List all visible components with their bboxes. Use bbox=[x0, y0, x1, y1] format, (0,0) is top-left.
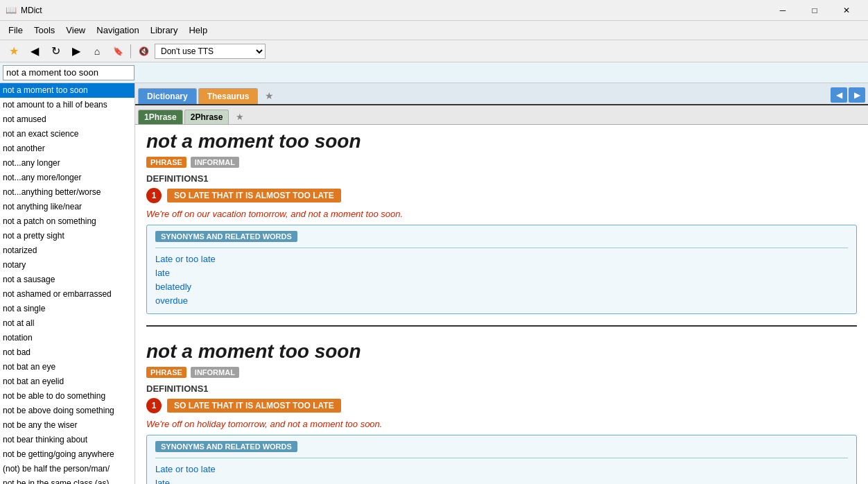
tts-select[interactable]: Don't use TTS bbox=[155, 44, 266, 59]
menu-help[interactable]: Help bbox=[183, 22, 213, 38]
word-item[interactable]: not ashamed or embarrassed bbox=[0, 287, 134, 302]
badge-phrase: PHRASE bbox=[146, 367, 186, 378]
nav-forward-arrow[interactable]: ▶ bbox=[849, 87, 865, 103]
word-item[interactable]: not an exact science bbox=[0, 127, 134, 141]
word-item[interactable]: not be getting/going anywhere bbox=[0, 447, 134, 462]
content-panel: Dictionary Thesaurus ★ ◀ ▶ 1Phrase 2Phra… bbox=[135, 83, 868, 484]
word-item[interactable]: not a sausage bbox=[0, 273, 134, 287]
synonyms-box: SYNONYMS AND RELATED WORDS Late or too l… bbox=[146, 225, 857, 314]
synonym-group-title[interactable]: Late or too late bbox=[155, 252, 848, 266]
definition-number: 1 bbox=[146, 188, 162, 203]
definition-number: 1 bbox=[146, 398, 162, 413]
synonym-group-title[interactable]: Late or too late bbox=[155, 463, 848, 476]
bookmark-button[interactable]: 🔖 bbox=[108, 42, 128, 60]
word-item[interactable]: not amused bbox=[0, 112, 134, 127]
synonym-link[interactable]: overdue bbox=[155, 294, 848, 308]
phrase-tabs: 1Phrase 2Phrase ★ bbox=[135, 105, 868, 125]
tab-dictionary[interactable]: Dictionary bbox=[138, 88, 197, 104]
dictionary-entry: not a moment too soon PHRASE INFORMAL DE… bbox=[146, 130, 857, 327]
word-item[interactable]: not bad bbox=[0, 345, 134, 360]
close-button[interactable]: ✕ bbox=[831, 0, 862, 21]
definition-text: SO LATE THAT IT IS ALMOST TOO LATE bbox=[167, 189, 341, 202]
definition-row: 1 SO LATE THAT IT IS ALMOST TOO LATE bbox=[146, 398, 857, 413]
maximize-button[interactable]: □ bbox=[799, 0, 831, 21]
word-item[interactable]: not be any the wiser bbox=[0, 418, 134, 433]
menubar: File Tools View Navigation Library Help bbox=[0, 21, 868, 40]
word-item[interactable]: not a pretty sight bbox=[0, 229, 134, 243]
word-item[interactable]: not bat an eye bbox=[0, 360, 134, 374]
menu-navigation[interactable]: Navigation bbox=[91, 22, 144, 38]
definition-row: 1 SO LATE THAT IT IS ALMOST TOO LATE bbox=[146, 188, 857, 203]
menu-file[interactable]: File bbox=[3, 22, 28, 38]
word-list: not a moment too soon not amount to a hi… bbox=[0, 83, 134, 484]
synonym-link[interactable]: late bbox=[155, 266, 848, 280]
word-item[interactable]: not anything like/near bbox=[0, 200, 134, 214]
synonyms-box: SYNONYMS AND RELATED WORDS Late or too l… bbox=[146, 435, 857, 484]
entry-title: not a moment too soon bbox=[146, 130, 857, 153]
home-button[interactable]: ⌂ bbox=[87, 42, 107, 60]
titlebar: 📖 MDict ─ □ ✕ bbox=[0, 0, 868, 21]
word-item[interactable]: not at all bbox=[0, 316, 134, 331]
definition-text: SO LATE THAT IT IS ALMOST TOO LATE bbox=[167, 399, 341, 413]
synonyms-header: SYNONYMS AND RELATED WORDS bbox=[155, 441, 297, 452]
window-controls: ─ □ ✕ bbox=[767, 0, 862, 21]
example-sentence: We're off on our vacation tomorrow, and … bbox=[146, 209, 857, 219]
menu-library[interactable]: Library bbox=[145, 22, 184, 38]
entry-title: not a moment too soon bbox=[146, 340, 857, 363]
synonym-link[interactable]: late bbox=[155, 476, 848, 484]
word-item[interactable]: not bear thinking about bbox=[0, 433, 134, 447]
definitions-header: DEFINITIONS1 bbox=[146, 383, 857, 394]
word-item[interactable]: not be above doing something bbox=[0, 404, 134, 418]
toolbar: ★ ◀ ↻ ▶ ⌂ 🔖 🔇 Don't use TTS bbox=[0, 40, 868, 62]
word-list-panel: not a moment too soon not amount to a hi… bbox=[0, 83, 135, 484]
nav-arrows: ◀ ▶ bbox=[831, 87, 865, 103]
toolbar-separator bbox=[130, 44, 131, 58]
word-item[interactable]: not...any more/longer bbox=[0, 171, 134, 185]
phrase-tab-2[interactable]: 2Phrase bbox=[184, 110, 229, 124]
star-button[interactable]: ★ bbox=[4, 42, 24, 60]
refresh-button[interactable]: ↻ bbox=[46, 42, 65, 60]
audio-button[interactable]: 🔇 bbox=[134, 42, 153, 60]
word-item[interactable]: not a patch on something bbox=[0, 214, 134, 229]
word-item[interactable]: not a single bbox=[0, 302, 134, 316]
phrase-tab-1[interactable]: 1Phrase bbox=[138, 110, 183, 124]
word-item[interactable]: not amount to a hill of beans bbox=[0, 98, 134, 112]
tab-star[interactable]: ★ bbox=[259, 87, 279, 104]
word-item[interactable]: not...anything better/worse bbox=[0, 185, 134, 200]
app-title: MDict bbox=[21, 6, 767, 15]
word-item[interactable]: notarized bbox=[0, 243, 134, 258]
word-item[interactable]: notation bbox=[0, 331, 134, 345]
word-item[interactable]: notary bbox=[0, 258, 134, 273]
synonyms-divider bbox=[155, 458, 848, 458]
app-icon: 📖 bbox=[6, 5, 17, 16]
tab-thesaurus[interactable]: Thesaurus bbox=[198, 88, 259, 104]
back-button[interactable]: ◀ bbox=[25, 42, 44, 60]
word-item[interactable]: not a moment too soon bbox=[0, 83, 134, 98]
entry-badges: PHRASE INFORMAL bbox=[146, 367, 857, 378]
synonym-link[interactable]: belatedly bbox=[155, 280, 848, 294]
phrase-tab-star[interactable]: ★ bbox=[230, 110, 250, 124]
definitions-header: DEFINITIONS1 bbox=[146, 173, 857, 184]
searchbar bbox=[0, 62, 868, 83]
badge-informal: INFORMAL bbox=[191, 367, 239, 378]
synonyms-header: SYNONYMS AND RELATED WORDS bbox=[155, 231, 297, 242]
dictionary-entry: not a moment too soon PHRASE INFORMAL DE… bbox=[146, 340, 857, 484]
search-input[interactable] bbox=[3, 65, 134, 80]
word-item[interactable]: not be able to do something bbox=[0, 389, 134, 404]
word-item[interactable]: not be in the same class (as) bbox=[0, 476, 134, 484]
menu-view[interactable]: View bbox=[60, 22, 91, 38]
word-item[interactable]: not another bbox=[0, 141, 134, 156]
main-layout: not a moment too soon not amount to a hi… bbox=[0, 83, 868, 484]
minimize-button[interactable]: ─ bbox=[767, 0, 799, 21]
word-item[interactable]: not...any longer bbox=[0, 156, 134, 171]
synonyms-divider bbox=[155, 248, 848, 248]
word-item[interactable]: not bat an eyelid bbox=[0, 374, 134, 389]
content-scroll[interactable]: not a moment too soon PHRASE INFORMAL DE… bbox=[135, 125, 868, 484]
nav-back-arrow[interactable]: ◀ bbox=[831, 87, 847, 103]
badge-informal: INFORMAL bbox=[191, 157, 239, 168]
example-sentence: We're off on holiday tomorrow, and not a… bbox=[146, 419, 857, 429]
word-item[interactable]: (not) be half the person/man/ bbox=[0, 462, 134, 476]
forward-button[interactable]: ▶ bbox=[67, 42, 86, 60]
menu-tools[interactable]: Tools bbox=[28, 22, 60, 38]
tab-bar: Dictionary Thesaurus ★ ◀ ▶ bbox=[135, 83, 868, 105]
